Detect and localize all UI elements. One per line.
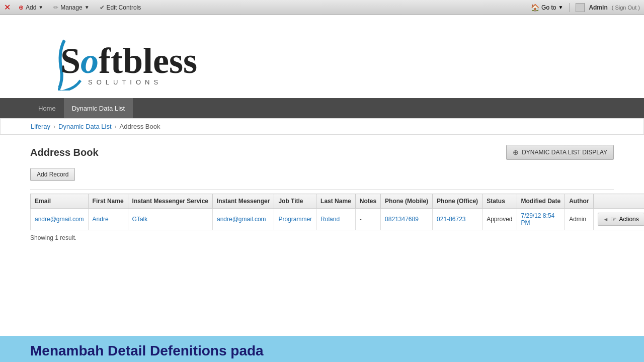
col-author: Author xyxy=(565,194,593,209)
cell-modified-date: 7/29/12 8:54 PM xyxy=(517,209,565,230)
actions-hand-icon: ☞ xyxy=(610,215,617,223)
actions-button[interactable]: ◄ ☞ Actions xyxy=(598,213,645,226)
im-service-link[interactable]: GTalk xyxy=(132,216,148,223)
cell-phone-mobile: 0821347689 xyxy=(381,209,433,230)
svg-text:Softbless: Softbless xyxy=(60,41,197,81)
col-status: Status xyxy=(482,194,517,209)
cell-last-name: Roland xyxy=(316,209,356,230)
toolbar-right: 🏠 Go to ▼ Admin ( Sign Out ) xyxy=(531,3,640,12)
main-content: Softbless SOLUTIONS We specialize oursel… xyxy=(0,15,644,362)
pencil-icon: ✏ xyxy=(53,4,58,11)
col-notes: Notes xyxy=(355,194,380,209)
breadcrumb-dynamic-data-list[interactable]: Dynamic Data List xyxy=(58,123,111,130)
page-content: Address Book ⊕ DYNAMIC DATA LIST DISPLAY… xyxy=(0,135,644,336)
im-link[interactable]: andre@gmail.com xyxy=(217,216,266,223)
first-name-link[interactable]: Andre xyxy=(93,216,109,223)
add-record-button[interactable]: Add Record xyxy=(30,168,75,181)
bottom-overlay-banner: Menambah Detail Defenitions pada Portlet… xyxy=(0,336,644,362)
admin-link[interactable]: Admin xyxy=(589,4,607,11)
toolbar-left: ✕ ⊕ Add ▼ ✏ Manage ▼ ✔ Edit Controls xyxy=(4,3,143,12)
svg-text:We specialize ourselves in ope: We specialize ourselves in open source s… xyxy=(88,89,207,90)
edit-controls-button[interactable]: ✔ Edit Controls xyxy=(98,3,143,12)
breadcrumb-address-book: Address Book xyxy=(120,123,160,130)
table-body: andre@gmail.com Andre GTalk andre@gmail.… xyxy=(31,209,645,230)
breadcrumb-sep-2: › xyxy=(115,123,117,130)
table-header: Email First Name Instant Messenger Servi… xyxy=(31,194,645,209)
cell-first-name: Andre xyxy=(88,209,128,230)
modified-date-link[interactable]: 7/29/12 8:54 PM xyxy=(521,212,555,226)
cell-email: andre@gmail.com xyxy=(31,209,89,230)
checkmark-icon: ✔ xyxy=(100,4,105,11)
cell-im-service: GTalk xyxy=(128,209,212,230)
tab-home[interactable]: Home xyxy=(30,98,64,118)
overlay-line1: Menambah Detail Defenitions pada xyxy=(30,342,614,360)
breadcrumb-liferay[interactable]: Liferay xyxy=(31,123,50,130)
col-actions xyxy=(593,194,644,209)
col-job-title: Job Title xyxy=(274,194,316,209)
email-link[interactable]: andre@gmail.com xyxy=(35,216,84,223)
last-name-link[interactable]: Roland xyxy=(320,216,340,223)
cell-im: andre@gmail.com xyxy=(213,209,274,230)
col-im: Instant Messenger xyxy=(213,194,274,209)
table-header-row: Email First Name Instant Messenger Servi… xyxy=(31,194,645,209)
add-button[interactable]: ⊕ Add ▼ xyxy=(17,3,45,12)
cell-status: Approved xyxy=(482,209,517,230)
actions-left-arrow-icon: ◄ xyxy=(603,216,609,222)
toolbar: ✕ ⊕ Add ▼ ✏ Manage ▼ ✔ Edit Controls 🏠 G… xyxy=(0,0,644,15)
goto-button[interactable]: 🏠 Go to ▼ xyxy=(531,4,563,12)
ddl-display-button[interactable]: ⊕ DYNAMIC DATA LIST DISPLAY xyxy=(506,145,614,160)
user-avatar-icon xyxy=(576,3,585,12)
manage-chevron-icon: ▼ xyxy=(85,5,90,10)
tab-home-label: Home xyxy=(38,105,56,112)
breadcrumb: Liferay › Dynamic Data List › Address Bo… xyxy=(0,118,644,135)
cell-author: Admin xyxy=(565,209,593,230)
actions-label: Actions xyxy=(619,216,638,223)
col-im-service: Instant Messenger Service xyxy=(128,194,212,209)
logo-area: Softbless SOLUTIONS We specialize oursel… xyxy=(0,15,644,98)
edit-controls-label: Edit Controls xyxy=(107,4,141,11)
manage-label: Manage xyxy=(60,4,82,11)
goto-chevron-icon: ▼ xyxy=(558,5,563,10)
add-icon: ⊕ xyxy=(19,4,24,11)
page-title: Address Book xyxy=(30,147,99,158)
job-title-link[interactable]: Programmer xyxy=(278,216,312,223)
nav-tabs: Home Dynamic Data List xyxy=(0,98,644,118)
ddl-display-label: DYNAMIC DATA LIST DISPLAY xyxy=(522,149,607,156)
showing-results: Showing 1 result. xyxy=(30,234,614,241)
close-icon[interactable]: ✕ xyxy=(4,3,11,12)
col-phone-mobile: Phone (Mobile) xyxy=(381,194,433,209)
home-icon: 🏠 xyxy=(531,4,539,12)
col-phone-office: Phone (Office) xyxy=(433,194,482,209)
phone-office-link[interactable]: 021-86723 xyxy=(437,216,465,223)
col-email: Email xyxy=(31,194,89,209)
col-last-name: Last Name xyxy=(316,194,356,209)
breadcrumb-sep-1: › xyxy=(53,123,55,130)
cell-notes: - xyxy=(355,209,380,230)
data-table: Email First Name Instant Messenger Servi… xyxy=(30,194,644,230)
add-label: Add xyxy=(26,4,36,11)
table-divider-top xyxy=(30,189,614,190)
logo-image: Softbless SOLUTIONS We specialize oursel… xyxy=(30,25,242,90)
svg-text:SOLUTIONS: SOLUTIONS xyxy=(88,78,162,86)
sign-out-link[interactable]: ( Sign Out ) xyxy=(612,5,640,11)
cell-job-title: Programmer xyxy=(274,209,316,230)
overlay-line2: Portlet Dynamic Data List xyxy=(30,360,614,362)
brand-logo-svg: Softbless SOLUTIONS We specialize oursel… xyxy=(30,25,242,90)
manage-button[interactable]: ✏ Manage ▼ xyxy=(51,3,91,12)
cell-phone-office: 021-86723 xyxy=(433,209,482,230)
sign-out-label: Sign Out xyxy=(615,5,636,11)
col-modified-date: Modified Date xyxy=(517,194,565,209)
page-header-row: Address Book ⊕ DYNAMIC DATA LIST DISPLAY xyxy=(30,145,614,160)
goto-label: Go to xyxy=(541,4,556,11)
add-chevron-icon: ▼ xyxy=(38,5,43,10)
toolbar-separator xyxy=(569,3,570,12)
cell-actions: ◄ ☞ Actions xyxy=(593,209,644,230)
plus-icon: ⊕ xyxy=(513,148,519,156)
table-row: andre@gmail.com Andre GTalk andre@gmail.… xyxy=(31,209,645,230)
tab-dynamic-data-list[interactable]: Dynamic Data List xyxy=(64,98,133,118)
col-first-name: First Name xyxy=(88,194,128,209)
tab-dynamic-data-list-label: Dynamic Data List xyxy=(72,105,125,112)
phone-mobile-link[interactable]: 0821347689 xyxy=(385,216,419,223)
logo-container: Softbless SOLUTIONS We specialize oursel… xyxy=(30,25,614,90)
